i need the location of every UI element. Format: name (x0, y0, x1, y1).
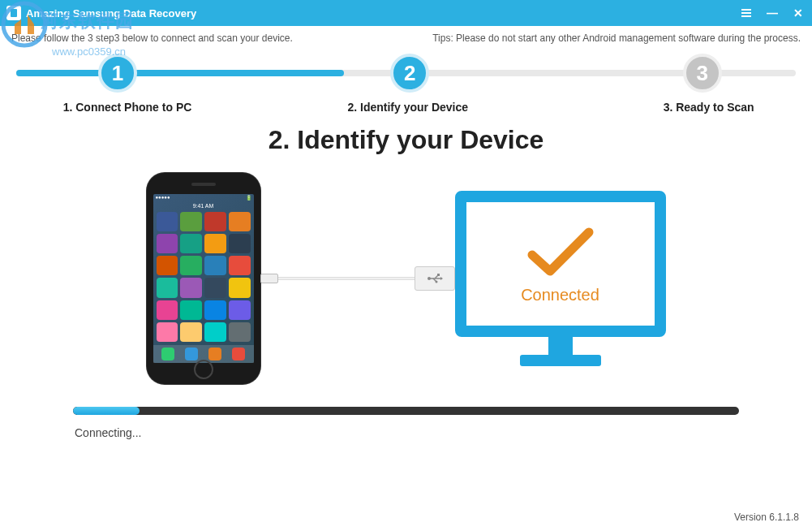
usb-cable (260, 270, 455, 287)
close-button[interactable]: ✕ (791, 6, 806, 20)
connected-label: Connected (521, 286, 599, 304)
stepper: 1 2 3 1. Connect Phone to PC 2. Identify… (16, 54, 796, 110)
cable-wire (278, 277, 415, 280)
app-icon (157, 256, 178, 275)
phone-screen: ●●●●● 🔋 9:41 AM (153, 194, 254, 363)
tips-text: Tips: Please do not start any other Andr… (432, 32, 801, 44)
checkmark-icon (524, 224, 597, 281)
step-2-circle: 2 (390, 54, 429, 93)
dock-icon (232, 348, 245, 360)
monitor: Connected (455, 191, 666, 366)
phone-home-button (194, 360, 213, 379)
progress-fill (73, 407, 140, 415)
step-2-label: 2. Identify your Device (347, 101, 468, 114)
app-icon (180, 300, 202, 320)
app-icon (229, 212, 251, 231)
app-icon (180, 212, 202, 231)
app-icon (204, 322, 226, 342)
app-icon (229, 256, 251, 275)
app-grid (153, 209, 254, 345)
phone-device: ●●●●● 🔋 9:41 AM (147, 173, 260, 384)
phone-speaker (191, 183, 216, 186)
app-icon (204, 278, 226, 297)
cable-plug-usb (415, 266, 455, 291)
progress-bar (73, 407, 739, 415)
svg-point-0 (3, 3, 45, 45)
app-icon (180, 278, 202, 297)
app-icon (204, 234, 226, 253)
svg-rect-2 (741, 9, 751, 11)
phone-time: 9:41 AM (153, 203, 254, 209)
app-icon (180, 322, 202, 342)
app-icon (157, 234, 178, 253)
step-1-label: 1. Connect Phone to PC (63, 101, 192, 114)
svg-rect-9 (437, 274, 440, 276)
app-icon (229, 234, 251, 253)
version-label: Version 6.1.1.8 (734, 512, 799, 523)
phone-status-bar: ●●●●● 🔋 (153, 194, 254, 202)
app-icon (157, 212, 178, 231)
stepper-progress (16, 70, 344, 76)
progress-label: Connecting... (73, 426, 739, 439)
app-icon (229, 300, 251, 320)
dock-icon (185, 348, 198, 360)
svg-point-10 (435, 281, 437, 283)
instruction-text: Please follow the 3 step3 below to conne… (11, 32, 293, 44)
minimize-button[interactable]: — (765, 6, 780, 20)
app-icon (229, 278, 251, 297)
dock-icon (161, 348, 174, 360)
dock-icon (208, 348, 221, 360)
cable-plug-phone (260, 274, 278, 283)
app-icon (204, 212, 226, 231)
app-icon (157, 278, 178, 297)
svg-rect-4 (741, 15, 751, 17)
settings-button[interactable] (739, 6, 754, 20)
monitor-screen: Connected (455, 191, 666, 337)
watermark-url: www.pc0359.cn (52, 45, 126, 58)
svg-marker-11 (440, 277, 443, 280)
illustration: ●●●●● 🔋 9:41 AM Connected (0, 173, 812, 384)
app-icon (204, 256, 226, 275)
monitor-neck (548, 337, 573, 355)
monitor-base (520, 355, 601, 366)
step-3-circle: 3 (683, 54, 722, 93)
watermark-text: 河东软件园 (41, 9, 134, 33)
app-icon (157, 322, 178, 342)
step-1-circle: 1 (98, 54, 137, 93)
app-icon (180, 256, 202, 275)
app-icon (204, 300, 226, 320)
app-icon (157, 300, 178, 320)
app-icon (180, 234, 202, 253)
app-icon (229, 322, 251, 342)
svg-rect-3 (741, 12, 751, 14)
progress-section: Connecting... (73, 407, 739, 439)
phone-carrier: ●●●●● (156, 195, 170, 201)
page-heading: 2. Identify your Device (0, 125, 812, 155)
step-3-label: 3. Ready to Scan (664, 101, 754, 114)
